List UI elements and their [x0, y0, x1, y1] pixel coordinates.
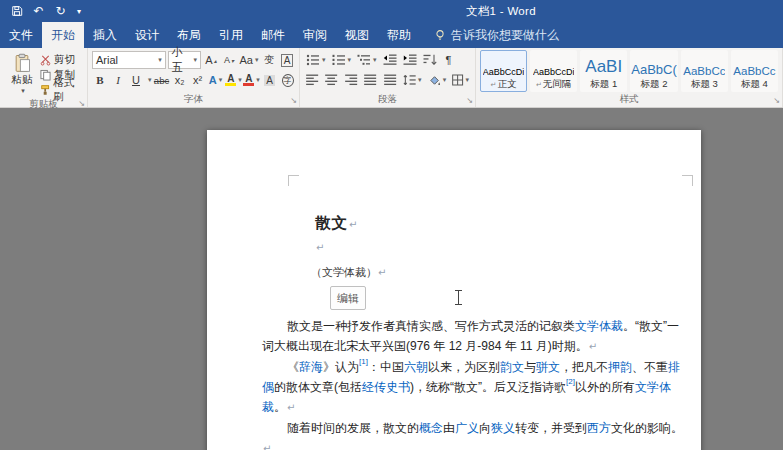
align-center-icon: [325, 74, 338, 86]
align-center-button[interactable]: [323, 71, 340, 89]
style-heading-2[interactable]: AaBbC( 标题 2: [630, 50, 678, 92]
cut-button[interactable]: 剪切: [40, 53, 83, 67]
tell-me-box[interactable]: 告诉我你想要做什么: [434, 22, 559, 48]
italic-button[interactable]: I: [110, 71, 126, 89]
enclose-characters-button[interactable]: 字: [280, 71, 296, 89]
hyperlink[interactable]: 六朝: [404, 360, 428, 374]
bullets-button[interactable]: ▾: [304, 51, 328, 69]
tab-review[interactable]: 审阅: [294, 22, 336, 48]
borders-button[interactable]: ▾: [450, 71, 471, 89]
hyperlink[interactable]: [2]: [566, 377, 575, 386]
increase-indent-button[interactable]: [401, 51, 419, 69]
style-heading-3[interactable]: AaBbCc 标题 3: [681, 50, 728, 92]
style-name: 标题 3: [691, 78, 718, 89]
edit-button[interactable]: 编辑: [330, 286, 366, 310]
numbering-button[interactable]: ▾: [330, 51, 354, 69]
paste-button[interactable]: 粘贴 ▾: [4, 51, 40, 97]
tab-references[interactable]: 引用: [210, 22, 252, 48]
paragraph-mark-icon: ↵: [263, 443, 271, 450]
style-no-spacing[interactable]: AaBbCcDi ↵无间隔: [530, 50, 577, 92]
hyperlink[interactable]: 韵文: [500, 360, 524, 374]
text-run: 以外的所有: [575, 380, 635, 394]
shading-button[interactable]: ▾: [426, 71, 449, 89]
chevron-down-icon: ▾: [373, 56, 377, 64]
sort-button[interactable]: [421, 51, 439, 69]
strikethrough-button[interactable]: abc: [154, 71, 170, 89]
format-painter-button[interactable]: 格式刷: [40, 83, 83, 97]
style-heading-4[interactable]: AaBbCc 标题 4: [731, 50, 778, 92]
text-run: 散文: [315, 214, 348, 231]
customize-qat-icon[interactable]: ▾: [73, 2, 85, 20]
dialog-launcher-icon[interactable]: ↘: [290, 97, 297, 105]
multilevel-list-button[interactable]: ▾: [355, 51, 379, 69]
chevron-down-icon: ▾: [348, 56, 352, 64]
character-shading-button[interactable]: A: [262, 71, 278, 89]
hyperlink[interactable]: 狭义: [491, 421, 515, 435]
font-size-select[interactable]: 小五 ▾: [168, 51, 201, 69]
tab-mailings[interactable]: 邮件: [252, 22, 294, 48]
chevron-down-icon: ▾: [443, 76, 447, 84]
chevron-down-icon: ▾: [193, 56, 197, 64]
change-case-button[interactable]: Aa▾: [239, 51, 259, 69]
chevron-down-icon[interactable]: ▾: [148, 76, 152, 84]
style-preview: AaBbC(: [631, 51, 677, 78]
show-hide-marks-button[interactable]: ¶: [441, 51, 457, 69]
tab-home[interactable]: 开始: [42, 22, 84, 48]
underline-button[interactable]: U: [128, 71, 144, 89]
redo-icon[interactable]: ↻: [51, 2, 70, 20]
tab-design[interactable]: 设计: [126, 22, 168, 48]
chevron-down-icon: ▾: [256, 76, 260, 84]
hyperlink[interactable]: 骈文: [536, 360, 560, 374]
justify-button[interactable]: [362, 71, 379, 89]
highlight-color-button[interactable]: A ▾: [226, 71, 242, 89]
style-normal[interactable]: AaBbCcDi ↵正文: [480, 50, 527, 92]
hyperlink[interactable]: 经传史书: [362, 380, 410, 394]
hyperlink[interactable]: 概念: [419, 421, 443, 435]
hyperlink[interactable]: 文学体裁: [575, 319, 623, 333]
hyperlink[interactable]: 西方: [587, 421, 611, 435]
align-left-button[interactable]: [304, 71, 321, 89]
document-page[interactable]: 散文↵↵（文学体裁）↵编辑散文是一种抒发作者真情实感、写作方式灵活的记叙类文学体…: [207, 130, 701, 450]
dialog-launcher-icon[interactable]: ↘: [78, 100, 85, 108]
font-name-select[interactable]: Arial ▾: [92, 51, 166, 69]
undo-icon[interactable]: ↶: [29, 2, 48, 20]
paragraph-mark-icon: ↵: [536, 81, 542, 88]
clipboard-icon: [12, 53, 32, 73]
char-shading-glyph: A: [264, 75, 275, 86]
doc-block-para: 随着时间的发展，散文的概念由广义向狭义转变，并受到西方文化的影响。↵: [262, 418, 687, 450]
distribute-button[interactable]: [382, 71, 399, 89]
subscript-button[interactable]: x₂: [172, 71, 188, 89]
tab-file[interactable]: 文件: [0, 22, 42, 48]
decrease-indent-button[interactable]: [381, 51, 399, 69]
align-right-button[interactable]: [343, 71, 360, 89]
hyperlink[interactable]: [1]: [359, 357, 368, 366]
superscript-button[interactable]: x²: [190, 71, 206, 89]
sort-icon: [423, 54, 437, 66]
phonetic-guide-button[interactable]: 变: [261, 51, 277, 69]
font-color-button[interactable]: A ▾: [244, 71, 260, 89]
hyperlink[interactable]: 押韵: [608, 360, 632, 374]
text-effects-glyph: A: [209, 74, 217, 86]
font-color-glyph: A: [245, 74, 252, 83]
tab-insert[interactable]: 插入: [84, 22, 126, 48]
dialog-launcher-icon[interactable]: ↘: [773, 97, 780, 105]
character-border-button[interactable]: A: [279, 51, 295, 69]
bold-button[interactable]: B: [92, 71, 108, 89]
tab-help[interactable]: 帮助: [378, 22, 420, 48]
text-effects-button[interactable]: A▾: [208, 71, 224, 89]
chevron-down-icon: ▾: [255, 56, 259, 64]
shrink-font-button[interactable]: A▾: [221, 51, 237, 69]
style-heading-1[interactable]: AaBI 标题 1: [580, 50, 627, 92]
style-name: 标题 2: [641, 78, 668, 89]
paint-bucket-icon: [428, 74, 441, 86]
dialog-launcher-icon[interactable]: ↘: [466, 97, 473, 105]
style-preview: AaBI: [585, 51, 622, 78]
chevron-down-icon: ▾: [322, 56, 326, 64]
save-icon[interactable]: [7, 2, 26, 20]
grow-font-button[interactable]: A▴: [203, 51, 219, 69]
line-spacing-button[interactable]: ▾: [401, 71, 424, 89]
style-name: 标题 1: [590, 78, 617, 89]
hyperlink[interactable]: 辞海: [299, 360, 323, 374]
tab-view[interactable]: 视图: [336, 22, 378, 48]
hyperlink[interactable]: 广义: [455, 421, 479, 435]
